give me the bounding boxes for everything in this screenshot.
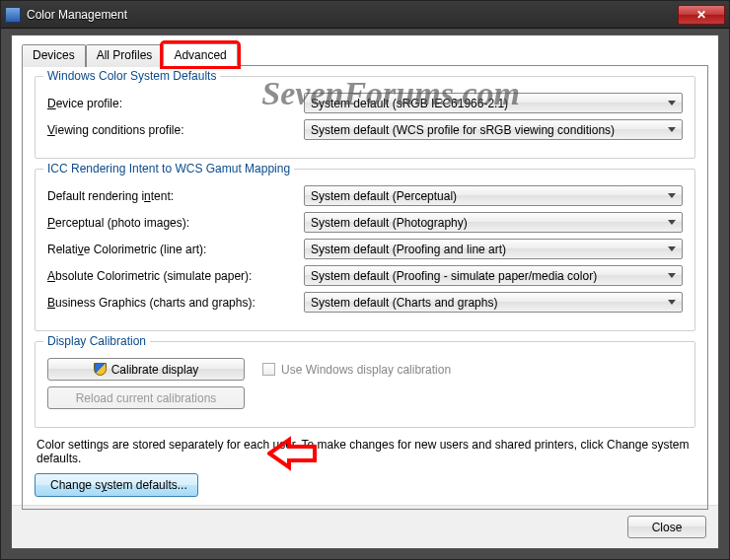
app-icon <box>5 7 21 23</box>
calibrate-display-label: Calibrate display <box>111 363 199 377</box>
chevron-down-icon <box>668 220 676 225</box>
titlebar[interactable]: Color Management ✕ <box>1 1 729 29</box>
group-wcs-legend: Windows Color System Defaults <box>43 69 220 83</box>
window-title: Color Management <box>27 8 678 22</box>
tab-all-profiles[interactable]: All Profiles <box>86 44 164 67</box>
viewing-conditions-label: Viewing conditions profile: <box>47 123 304 137</box>
group-icc-mapping: ICC Rendering Intent to WCS Gamut Mappin… <box>35 169 695 331</box>
reload-calibrations-button: Reload current calibrations <box>47 386 245 409</box>
absolute-colorimetric-label: Absolute Colorimetric (simulate paper): <box>47 269 304 283</box>
perceptual-value: System default (Photography) <box>311 216 668 230</box>
group-icc-legend: ICC Rendering Intent to WCS Gamut Mappin… <box>43 162 294 175</box>
tab-panel-advanced: Windows Color System Defaults Device pro… <box>22 65 708 510</box>
change-system-defaults-button[interactable]: Change system defaults... <box>35 473 198 497</box>
uac-shield-icon <box>94 363 107 376</box>
chevron-down-icon <box>668 101 676 105</box>
relative-colorimetric-value: System default (Proofing and line art) <box>311 243 668 256</box>
viewing-conditions-value: System default (WCS profile for sRGB vie… <box>311 123 668 137</box>
reload-calibrations-label: Reload current calibrations <box>76 391 217 405</box>
business-graphics-value: System default (Charts and graphs) <box>311 296 668 310</box>
perceptual-combo[interactable]: System default (Photography) <box>304 212 683 233</box>
tab-all-profiles-label: All Profiles <box>97 48 153 62</box>
chevron-down-icon <box>668 300 676 305</box>
window-frame: Color Management ✕ SevenForums.com Devic… <box>0 0 730 560</box>
tab-devices[interactable]: Devices <box>22 44 86 67</box>
business-graphics-combo[interactable]: System default (Charts and graphs) <box>304 292 683 313</box>
close-button[interactable]: Close <box>627 516 706 538</box>
dialog-footer: Close <box>12 505 718 548</box>
note-text: Color settings are stored separately for… <box>36 438 694 465</box>
close-icon: ✕ <box>696 8 706 22</box>
relative-colorimetric-label: Relative Colorimetric (line art): <box>47 243 304 256</box>
change-system-defaults-label: Change system defaults... <box>50 478 187 492</box>
device-profile-combo[interactable]: System default (sRGB IEC61966-2.1) <box>304 93 683 113</box>
default-intent-combo[interactable]: System default (Perceptual) <box>304 185 683 206</box>
use-windows-calibration-label: Use Windows display calibration <box>281 363 451 377</box>
tab-advanced[interactable]: Advanced <box>163 43 237 66</box>
chevron-down-icon <box>668 127 676 132</box>
chevron-down-icon <box>668 246 676 251</box>
default-intent-value: System default (Perceptual) <box>311 189 668 203</box>
annotation-arrow-icon <box>267 436 317 471</box>
business-graphics-label: Business Graphics (charts and graphs): <box>47 296 304 310</box>
relative-colorimetric-combo[interactable]: System default (Proofing and line art) <box>304 239 683 259</box>
use-windows-calibration-checkbox[interactable]: Use Windows display calibration <box>262 363 451 377</box>
group-wcs-defaults: Windows Color System Defaults Device pro… <box>35 76 695 159</box>
device-profile-value: System default (sRGB IEC61966-2.1) <box>311 97 668 110</box>
close-window-button[interactable]: ✕ <box>678 5 725 25</box>
absolute-colorimetric-combo[interactable]: System default (Proofing - simulate pape… <box>304 265 683 286</box>
chevron-down-icon <box>668 193 676 198</box>
chevron-down-icon <box>668 273 676 278</box>
tab-advanced-label: Advanced <box>174 48 226 62</box>
close-button-label: Close <box>652 521 683 534</box>
perceptual-label: Perceptual (photo images): <box>47 216 304 230</box>
client-area: SevenForums.com Devices All Profiles Adv… <box>11 35 719 549</box>
device-profile-label: Device profile: <box>47 97 304 110</box>
default-intent-label: Default rendering intent: <box>47 189 304 203</box>
tab-strip: Devices All Profiles Advanced <box>22 43 708 66</box>
checkbox-icon <box>262 363 275 376</box>
calibrate-display-button[interactable]: Calibrate display <box>47 358 245 381</box>
group-calib-legend: Display Calibration <box>43 334 150 348</box>
absolute-colorimetric-value: System default (Proofing - simulate pape… <box>311 269 668 283</box>
group-display-calibration: Display Calibration Calibrate display Us… <box>35 341 695 428</box>
tab-devices-label: Devices <box>33 48 75 62</box>
viewing-conditions-combo[interactable]: System default (WCS profile for sRGB vie… <box>304 119 683 140</box>
